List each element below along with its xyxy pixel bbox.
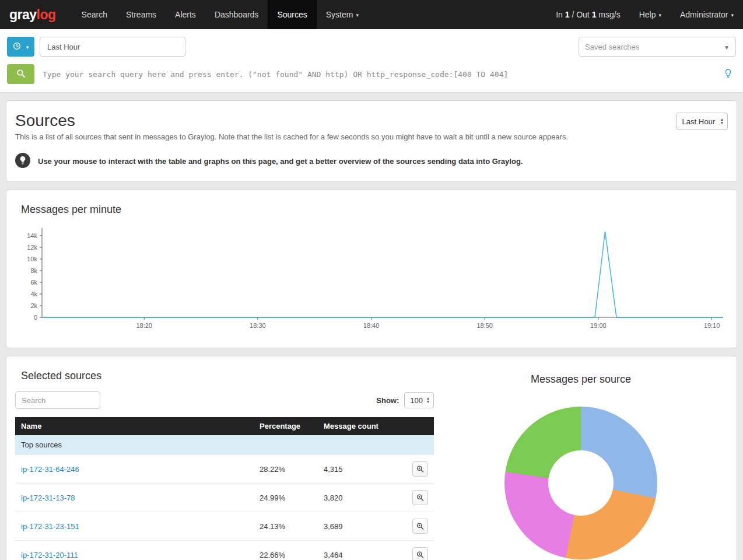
svg-text:4k: 4k — [30, 290, 37, 298]
svg-text:18:40: 18:40 — [363, 322, 380, 329]
brand-log: log — [37, 7, 56, 23]
donut-hole — [548, 450, 614, 516]
zoom-in-icon — [416, 494, 424, 502]
selected-sources-section: Selected sources Show: 100 ▴▾ Name Perce… — [15, 365, 434, 560]
messages-per-source-section: Messages per source — [434, 365, 728, 560]
nav-item-streams[interactable]: Streams — [117, 0, 166, 29]
column-header-percentage: Percentage — [254, 417, 318, 435]
range-select[interactable]: Last Hour ▴▾ — [676, 113, 728, 130]
source-link[interactable]: ip-172-31-64-246 — [21, 465, 79, 474]
source-link[interactable]: ip-172-31-20-111 — [21, 551, 78, 559]
nav-item-sources[interactable]: Sources — [268, 0, 316, 29]
tip-text: Use your mouse to interact with the tabl… — [38, 157, 523, 166]
search-section: ▾ Saved searches ▼ — [0, 29, 743, 93]
source-percentage: 24.13% — [254, 512, 318, 541]
query-input[interactable] — [34, 65, 720, 83]
messages-per-minute-panel: Messages per minute 14k12k10k8k6k4k2k018… — [6, 190, 737, 348]
select-arrows-icon: ▴▾ — [721, 118, 723, 125]
help-menu[interactable]: Help▾ — [630, 0, 671, 29]
lightbulb-icon — [15, 153, 30, 170]
timerange-button[interactable]: ▾ — [7, 37, 34, 57]
zoom-in-icon — [416, 465, 424, 473]
nav-item-search[interactable]: Search — [72, 0, 117, 29]
svg-text:10k: 10k — [27, 256, 37, 262]
zoom-in-icon — [416, 551, 424, 559]
source-percentage: 22.66% — [254, 541, 318, 560]
page-title: Sources — [15, 111, 728, 130]
table-row: ip-172-31-13-78 24.99% 3,820 — [15, 484, 434, 512]
svg-text:0: 0 — [34, 314, 37, 321]
table-row: ip-172-31-20-111 22.66% 3,464 — [15, 541, 434, 560]
pie-chart-title: Messages per source — [531, 373, 631, 386]
query-hint-bulb-icon[interactable] — [720, 69, 736, 80]
table-row: ip-172-31-64-246 28.22% 4,315 — [15, 455, 434, 484]
source-count: 4,315 — [318, 455, 406, 484]
select-arrows-icon: ▴▾ — [427, 397, 429, 404]
zoom-in-button[interactable] — [412, 547, 428, 560]
source-count: 3,820 — [318, 484, 406, 512]
source-link[interactable]: ip-172-31-13-78 — [21, 494, 75, 502]
search-icon — [16, 69, 26, 80]
sources-table: Name Percentage Message count Top source… — [15, 417, 434, 560]
sources-detail-panel: Selected sources Show: 100 ▴▾ Name Perce… — [6, 356, 737, 560]
messages-per-minute-chart[interactable]: 14k12k10k8k6k4k2k018:2018:3018:4018:5019… — [15, 225, 729, 337]
source-link[interactable]: ip-172-31-23-151 — [21, 522, 79, 531]
svg-text:18:30: 18:30 — [250, 322, 266, 329]
svg-text:18:50: 18:50 — [476, 322, 493, 329]
table-header-row: Name Percentage Message count — [15, 417, 434, 435]
sources-header-panel: Sources This is a list of all sources th… — [6, 100, 737, 182]
column-header-name: Name — [15, 417, 254, 435]
messages-per-source-donut[interactable] — [504, 407, 657, 559]
throughput-status: In 1 / Out 1 msg/s — [546, 0, 630, 29]
top-navbar: graylog Search Streams Alerts Dashboards… — [0, 0, 743, 29]
navbar-right: In 1 / Out 1 msg/s Help▾ Administrator▾ — [546, 0, 743, 29]
chevron-down-icon: ▼ — [724, 44, 730, 51]
zoom-in-icon — [416, 522, 424, 530]
show-group: Show: 100 ▴▾ — [376, 392, 434, 408]
show-count-select[interactable]: 100 ▴▾ — [404, 392, 434, 408]
svg-text:6k: 6k — [30, 279, 37, 286]
source-percentage: 24.99% — [254, 484, 318, 512]
source-count: 3,689 — [318, 512, 406, 541]
svg-text:19:00: 19:00 — [590, 322, 607, 329]
zoom-in-button[interactable] — [412, 519, 428, 534]
source-count: 3,464 — [318, 541, 406, 560]
chevron-down-icon: ▾ — [26, 44, 29, 50]
zoom-in-button[interactable] — [412, 490, 428, 505]
search-button[interactable] — [7, 64, 34, 84]
show-label: Show: — [376, 396, 399, 405]
graylog-logo[interactable]: graylog — [0, 0, 72, 29]
main-nav: Search Streams Alerts Dashboards Sources… — [72, 0, 368, 29]
nav-item-dashboards[interactable]: Dashboards — [205, 0, 268, 29]
chevron-down-icon: ▾ — [731, 12, 734, 18]
line-chart-title: Messages per minute — [21, 204, 728, 216]
table-controls: Show: 100 ▴▾ — [15, 391, 434, 409]
user-menu[interactable]: Administrator▾ — [671, 0, 743, 29]
page-description: This is a list of all sources that sent … — [15, 132, 728, 141]
nav-item-alerts[interactable]: Alerts — [166, 0, 205, 29]
svg-text:14k: 14k — [27, 232, 37, 239]
source-percentage: 28.22% — [254, 455, 318, 484]
nav-item-system[interactable]: System▾ — [317, 0, 368, 29]
svg-text:8k: 8k — [30, 267, 37, 274]
timerange-row: ▾ Saved searches ▼ — [7, 37, 736, 57]
svg-text:2k: 2k — [30, 302, 37, 309]
clock-icon — [13, 42, 21, 52]
zoom-in-button[interactable] — [412, 461, 428, 477]
group-row-top-sources: Top sources — [15, 435, 434, 455]
tip-row: Use your mouse to interact with the tabl… — [15, 153, 728, 170]
svg-text:12k: 12k — [27, 244, 37, 251]
svg-text:19:10: 19:10 — [704, 322, 720, 329]
column-header-count: Message count — [318, 417, 406, 435]
sources-search-input[interactable] — [15, 391, 100, 409]
selected-sources-title: Selected sources — [21, 370, 434, 382]
svg-text:18:20: 18:20 — [136, 322, 152, 329]
chevron-down-icon: ▾ — [356, 12, 359, 18]
saved-searches-select[interactable]: Saved searches ▼ — [579, 37, 736, 57]
chevron-down-icon: ▾ — [658, 12, 661, 18]
query-row — [7, 64, 736, 84]
timerange-input[interactable] — [40, 37, 185, 57]
brand-gray: gray — [9, 7, 37, 23]
column-header-actions — [406, 417, 434, 435]
table-row: ip-172-31-23-151 24.13% 3,689 — [15, 512, 434, 541]
